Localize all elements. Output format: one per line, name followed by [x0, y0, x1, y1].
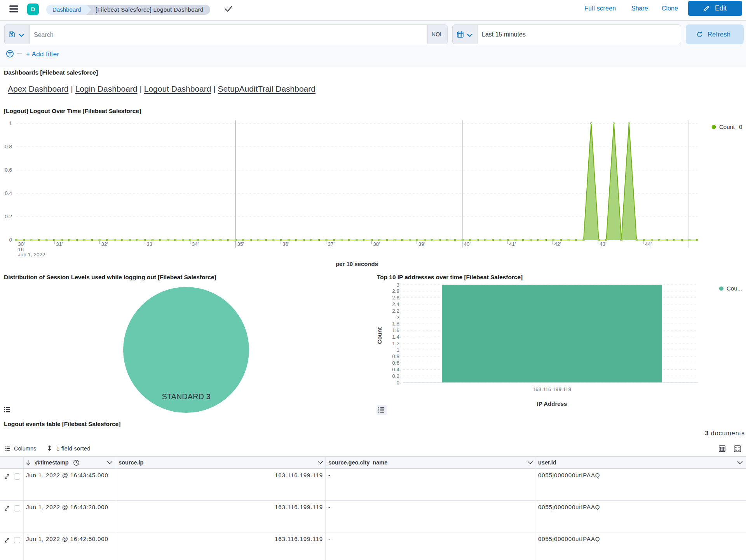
svg-text:2: 2: [396, 315, 399, 320]
svg-text:0.4: 0.4: [5, 190, 12, 196]
svg-text:42': 42': [554, 241, 561, 247]
svg-text:1.6: 1.6: [392, 327, 399, 333]
svg-text:2.8: 2.8: [392, 288, 399, 294]
svg-text:163.116.199.119: 163.116.199.119: [533, 386, 571, 392]
svg-text:31': 31': [56, 241, 63, 247]
svg-text:37': 37': [328, 241, 335, 247]
svg-text:1: 1: [396, 347, 399, 353]
svg-text:2.2: 2.2: [392, 308, 399, 314]
svg-text:34': 34': [192, 241, 199, 247]
svg-text:38': 38': [373, 241, 380, 247]
svg-text:IP Address: IP Address: [537, 400, 567, 407]
svg-text:1.4: 1.4: [392, 334, 399, 340]
svg-text:0: 0: [396, 380, 399, 386]
svg-text:36': 36': [282, 241, 289, 247]
svg-text:35': 35': [237, 241, 244, 247]
svg-text:0.8: 0.8: [392, 353, 399, 359]
svg-text:30': 30': [18, 241, 25, 247]
svg-text:3: 3: [396, 282, 399, 288]
svg-text:0: 0: [739, 123, 742, 130]
svg-text:2.4: 2.4: [392, 301, 399, 307]
svg-text:32': 32': [101, 241, 108, 247]
svg-text:43': 43': [600, 241, 607, 247]
svg-text:1: 1: [9, 120, 12, 126]
svg-text:41': 41': [509, 241, 516, 247]
svg-text:0.2: 0.2: [5, 214, 12, 219]
svg-text:1.2: 1.2: [392, 341, 399, 346]
svg-text:44': 44': [645, 241, 652, 247]
svg-text:0.6: 0.6: [5, 167, 12, 173]
svg-text:39': 39': [418, 241, 425, 247]
svg-text:0.8: 0.8: [5, 144, 12, 150]
svg-text:Count: Count: [719, 123, 735, 130]
svg-text:2.6: 2.6: [392, 295, 399, 301]
svg-text:0.4: 0.4: [392, 367, 399, 372]
svg-text:40': 40': [464, 241, 471, 247]
svg-text:0.2: 0.2: [392, 373, 399, 379]
svg-text:0.6: 0.6: [392, 360, 399, 366]
svg-text:33': 33': [146, 241, 153, 247]
svg-text:Cou...: Cou...: [727, 285, 742, 292]
svg-text:Count: Count: [376, 327, 383, 344]
svg-text:1.8: 1.8: [392, 321, 399, 327]
svg-text:0: 0: [9, 237, 12, 243]
svg-text:Jun 1, 2022: Jun 1, 2022: [18, 252, 45, 257]
